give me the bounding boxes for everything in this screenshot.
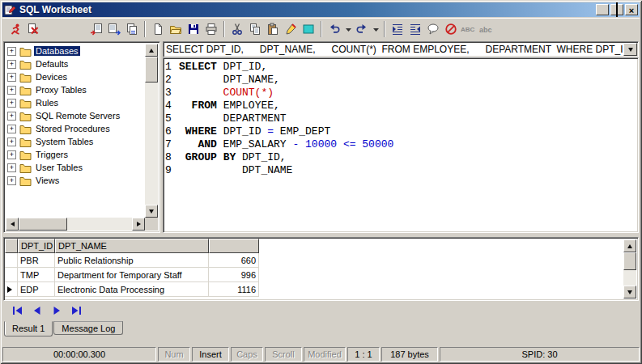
tree-horizontal-scrollbar[interactable] — [6, 218, 145, 231]
tree-item-triggers[interactable]: +Triggers — [6, 148, 145, 161]
insert-file-button[interactable] — [87, 20, 105, 38]
replace-button[interactable] — [282, 20, 300, 38]
tree-item-views[interactable]: +Views — [6, 174, 145, 187]
tree-item-label: Views — [34, 176, 61, 185]
comment-icon — [427, 23, 440, 36]
line-number: 1 — [165, 61, 179, 74]
minimize-button[interactable] — [596, 4, 609, 15]
save-file-button[interactable] — [105, 20, 123, 38]
tab-message-log[interactable]: Message Log — [53, 321, 123, 335]
title-bar[interactable]: SQL Worksheet × — [2, 2, 640, 17]
expand-plus-icon[interactable]: + — [7, 125, 16, 133]
scrollbar-track[interactable] — [19, 218, 132, 231]
close-button[interactable]: × — [625, 4, 638, 15]
scroll-up-button[interactable] — [623, 239, 636, 252]
expand-plus-icon[interactable]: + — [7, 163, 16, 172]
expand-plus-icon[interactable]: + — [7, 86, 16, 95]
tree-vertical-scrollbar[interactable] — [145, 44, 158, 218]
row-selector[interactable] — [5, 268, 18, 282]
svg-text:abc: abc — [479, 26, 492, 34]
results-vertical-scrollbar[interactable] — [623, 239, 636, 298]
tree-item-proxy-tables[interactable]: +Proxy Tables — [6, 83, 145, 96]
undo-button[interactable] — [325, 20, 343, 38]
scroll-right-button[interactable] — [132, 218, 145, 231]
row-selector[interactable] — [5, 253, 18, 268]
maximize-button[interactable] — [610, 4, 623, 15]
uppercase-button[interactable]: ABC — [460, 20, 478, 38]
tree-item-stored-procedures[interactable]: +Stored Procedures — [6, 122, 145, 135]
append-file-button[interactable] — [123, 20, 141, 38]
status-panel: Scroll — [265, 347, 302, 362]
redo-button[interactable] — [353, 20, 371, 38]
tree-item-databases[interactable]: +Databases — [6, 44, 145, 57]
undo-icon — [328, 23, 341, 36]
cut-button[interactable] — [228, 20, 246, 38]
scroll-down-button[interactable] — [623, 286, 636, 298]
save-button[interactable] — [185, 20, 202, 38]
expand-plus-icon[interactable]: + — [7, 112, 16, 121]
scrollbar-thumb[interactable] — [19, 218, 67, 231]
cell: Electronic Data Processing — [55, 282, 209, 297]
combo-dropdown-button[interactable] — [623, 43, 637, 56]
expand-plus-icon[interactable]: + — [7, 60, 16, 69]
sql-history-combo[interactable]: SELECT DPT_ID, DPT_NAME, COUNT(*) FROM E… — [163, 41, 639, 57]
expand-plus-icon[interactable]: + — [7, 150, 16, 159]
table-row[interactable]: PBRPublic Relationship660 — [5, 253, 623, 268]
undo-dropdown-button[interactable] — [343, 20, 353, 38]
tree-item-defaults[interactable]: +Defaults — [6, 57, 145, 70]
last-row-button[interactable] — [66, 304, 86, 319]
column-header[interactable]: DPT_NAME — [55, 239, 209, 253]
scrollbar-track[interactable] — [145, 57, 158, 205]
replace-icon — [284, 23, 297, 36]
expand-plus-icon[interactable]: + — [7, 176, 16, 185]
cell: PBR — [18, 253, 55, 268]
comment-button[interactable] — [424, 20, 442, 38]
tree-item-sql-remote-servers[interactable]: +SQL Remote Servers — [6, 109, 145, 122]
sql-editor[interactable]: 1SELECT DPT_ID,2 DPT_NAME,3 COUNT(*)4 FR… — [163, 57, 639, 233]
column-header[interactable] — [209, 239, 259, 253]
scrollbar-thumb[interactable] — [145, 57, 158, 83]
save-file-icon — [108, 23, 121, 36]
print-button[interactable] — [202, 20, 220, 38]
expand-plus-icon[interactable]: + — [7, 138, 16, 146]
indent-button[interactable] — [389, 20, 406, 38]
row-selector[interactable] — [5, 282, 18, 297]
next-row-button[interactable] — [47, 304, 66, 319]
open-button[interactable] — [167, 20, 185, 38]
tree-item-devices[interactable]: +Devices — [6, 70, 145, 83]
scroll-up-button[interactable] — [145, 44, 158, 57]
uncomment-button[interactable] — [442, 20, 460, 38]
column-header[interactable]: DPT_ID — [18, 239, 55, 253]
sql-worksheet-window: SQL Worksheet × ABCabc +Databases+Defaul… — [0, 0, 642, 364]
select-all-button[interactable] — [300, 20, 317, 38]
expand-plus-icon[interactable]: + — [7, 99, 16, 108]
expand-plus-icon[interactable]: + — [7, 73, 16, 82]
tab-result-1[interactable]: Result 1 — [4, 321, 53, 336]
table-row[interactable]: TMPDepartment for Temporary Staff996 — [5, 268, 623, 282]
tree-item-system-tables[interactable]: +System Tables — [6, 135, 145, 148]
database-tree-panel: +Databases+Defaults+Devices+Proxy Tables… — [3, 41, 160, 233]
scroll-down-button[interactable] — [145, 205, 158, 218]
paste-button[interactable] — [264, 20, 282, 38]
lowercase-button[interactable]: abc — [478, 20, 495, 38]
prior-row-button[interactable] — [28, 304, 47, 319]
first-row-button[interactable] — [8, 304, 28, 319]
interrupt-button[interactable] — [24, 20, 42, 38]
copy-button[interactable] — [246, 20, 264, 38]
redo-icon — [355, 23, 368, 36]
folder-icon — [19, 163, 32, 173]
row-selector-header — [5, 239, 18, 253]
tree-item-user-tables[interactable]: +User Tables — [6, 161, 145, 174]
line-number: 3 — [165, 87, 179, 99]
table-row[interactable]: EDPElectronic Data Processing1116 — [5, 282, 623, 297]
expand-plus-icon[interactable]: + — [7, 47, 16, 56]
new-button[interactable] — [149, 20, 167, 38]
scroll-left-button[interactable] — [6, 218, 19, 231]
line-number: 9 — [165, 164, 179, 177]
scrollbar-thumb[interactable] — [623, 252, 636, 270]
scrollbar-track[interactable] — [623, 252, 636, 286]
tree-item-rules[interactable]: +Rules — [6, 96, 145, 109]
outdent-button[interactable] — [406, 20, 424, 38]
redo-dropdown-button[interactable] — [371, 20, 381, 38]
execute-button[interactable] — [6, 20, 24, 38]
